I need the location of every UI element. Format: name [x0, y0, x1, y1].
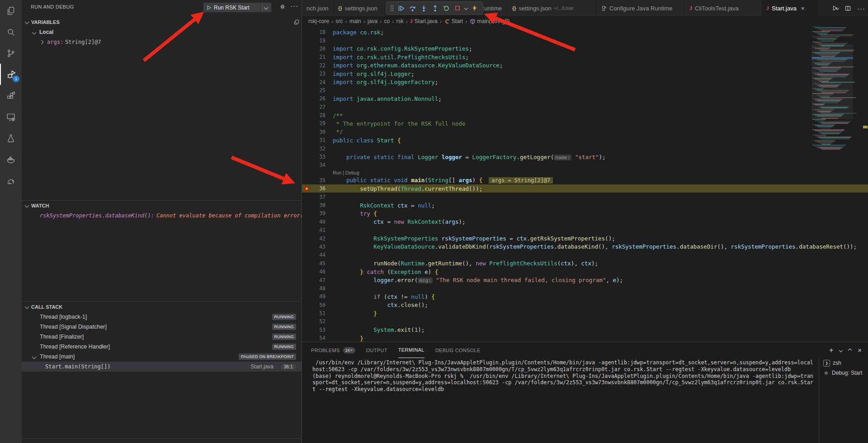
line-number[interactable]: 21 [311, 54, 326, 60]
call-stack-section-header[interactable]: CALL STACK [22, 302, 302, 312]
chevron-down-icon[interactable] [839, 348, 843, 352]
line-number[interactable]: 24 [311, 79, 326, 85]
breadcrumb[interactable]: rskj-core›src›main›java›co›rsk›JStart.ja… [302, 16, 868, 26]
line-number[interactable]: 42 [311, 236, 326, 242]
code-line[interactable]: 37 [302, 193, 868, 201]
code-editor[interactable]: 18package co.rsk;1920import co.rsk.confi… [302, 26, 868, 342]
code-line[interactable]: 31public class Start { [302, 136, 868, 144]
chevron-down-icon[interactable] [264, 5, 269, 10]
line-number[interactable]: 50 [311, 302, 326, 308]
breadcrumb-item[interactable]: main(String[]) [470, 18, 510, 24]
line-number[interactable]: 27 [311, 104, 326, 110]
line-number[interactable]: 44 [311, 252, 326, 258]
hot-code-replace-icon[interactable] [470, 3, 480, 13]
restart-icon[interactable] [441, 3, 451, 13]
gradle-icon[interactable] [0, 170, 22, 191]
line-number[interactable]: 36 [311, 185, 326, 192]
breadcrumb-item[interactable]: JStart.java [410, 18, 438, 25]
line-number[interactable]: 48 [311, 285, 326, 292]
line-number[interactable]: 52 [311, 318, 326, 325]
tab-nch-json[interactable]: nch.json [302, 0, 334, 16]
line-number[interactable]: 29 [311, 120, 326, 127]
line-number[interactable]: 20 [311, 46, 326, 52]
line-number[interactable]: 33 [311, 154, 326, 160]
more-actions-icon[interactable]: ··· [857, 5, 865, 12]
breakpoints-section-header[interactable]: BREAKPOINTS [22, 440, 302, 443]
code-line[interactable]: 36 setUpThread(Thread.currentThread()); [302, 184, 868, 193]
code-line[interactable]: 30 */ [302, 128, 868, 136]
code-line[interactable]: 20import co.rsk.config.RskSystemProperti… [302, 45, 868, 53]
code-line[interactable]: 27 [302, 103, 868, 111]
stop-icon[interactable] [453, 3, 462, 13]
more-actions-icon[interactable]: ··· [290, 2, 298, 9]
call-stack-thread-row[interactable]: Thread [main]PAUSED ON BREAKPOINT [22, 352, 302, 362]
call-stack-thread-row[interactable]: Thread [Signal Dispatcher]RUNNING [22, 322, 302, 332]
code-line[interactable]: 34 [302, 161, 868, 169]
line-number[interactable]: 39 [311, 210, 326, 217]
line-number[interactable]: 23 [311, 71, 326, 77]
call-stack-thread-row[interactable]: Thread [Finalizer]RUNNING [22, 332, 302, 342]
run-and-debug-icon[interactable]: 1 [0, 64, 22, 85]
tab-settings-json[interactable]: {}settings.json~/.../User [508, 0, 596, 16]
panel-tab-problems[interactable]: PROBLEMS1K+ [311, 342, 355, 358]
code-line[interactable]: 44 [302, 251, 868, 259]
code-line[interactable]: 48 [302, 284, 868, 292]
code-line[interactable]: 50 ctx.close(); [302, 301, 868, 309]
breadcrumb-item[interactable]: rskj-core [308, 18, 329, 24]
testing-icon[interactable] [0, 127, 22, 149]
minimap-slider[interactable] [811, 44, 853, 119]
line-number[interactable]: 30 [311, 129, 326, 135]
terminal-list-item-zsh[interactable]: ❯zsh [819, 358, 868, 368]
code-line[interactable]: 35 public static void main(String[] args… [302, 176, 868, 184]
line-number[interactable]: 34 [311, 162, 326, 168]
code-line[interactable]: 19 [302, 36, 868, 44]
line-number[interactable]: 38 [311, 202, 326, 208]
minimap[interactable] [811, 26, 853, 342]
remote-explorer-icon[interactable] [0, 106, 22, 127]
watch-expression-row[interactable]: rskSystemProperties.databaseKind(): Cann… [22, 211, 302, 221]
code-line[interactable]: 45 runNode(Runtime.getRuntime(), new Pre… [302, 259, 868, 268]
call-stack-thread-row[interactable]: Thread [logback-1]RUNNING [22, 312, 302, 322]
gear-icon[interactable] [279, 3, 286, 10]
code-line[interactable]: 23import org.slf4j.Logger; [302, 70, 868, 78]
line-number[interactable]: 51 [311, 310, 326, 316]
close-panel-icon[interactable]: × [858, 346, 862, 354]
line-number[interactable]: 26 [311, 95, 326, 102]
run-config-button[interactable]: Run RSK Start [203, 2, 272, 13]
line-number[interactable]: 49 [311, 293, 326, 300]
explorer-icon[interactable] [0, 0, 22, 21]
extensions-icon[interactable] [0, 85, 22, 106]
line-number[interactable]: 19 [311, 38, 326, 44]
run-file-icon[interactable] [832, 5, 839, 11]
code-line[interactable]: 54 } [302, 334, 868, 342]
code-line[interactable]: 38 RskContext ctx = null; [302, 201, 868, 209]
step-into-icon[interactable] [419, 3, 429, 13]
breadcrumb-item[interactable]: java [368, 18, 377, 24]
watch-section-header[interactable]: WATCH [22, 201, 302, 211]
code-line[interactable]: 29 * The entrypoint for the RSK full nod… [302, 119, 868, 127]
panel-tab-debug-console[interactable]: DEBUG CONSOLE [435, 342, 481, 358]
call-stack-frame-row[interactable]: Start.main(String[])Start.java36:1 [22, 362, 302, 372]
line-number[interactable]: 28 [311, 112, 326, 118]
line-number[interactable]: 35 [311, 177, 326, 184]
code-line[interactable]: 25 [302, 86, 868, 94]
call-stack-thread-row[interactable]: Thread [Reference Handler]RUNNING [22, 342, 302, 352]
code-line[interactable]: 26import javax.annotation.Nonnull; [302, 94, 868, 103]
terminal-output[interactable]: /usr/bin/env /Library/Internet\ Plug-Ins… [312, 359, 814, 393]
split-editor-icon[interactable] [844, 5, 851, 12]
source-control-icon[interactable] [0, 42, 22, 64]
code-line[interactable]: 22import org.ethereum.datasource.KeyValu… [302, 61, 868, 70]
codelens-run-debug[interactable]: Run | Debug [302, 170, 868, 176]
code-line[interactable]: 52 [302, 317, 868, 325]
close-icon[interactable]: × [801, 5, 805, 12]
line-number[interactable]: 18 [311, 29, 326, 35]
code-line[interactable]: 33 private static final Logger logger = … [302, 153, 868, 161]
code-line[interactable]: 49 if (ctx != null) { [302, 292, 868, 301]
tab-start-java[interactable]: JStart.java× [762, 0, 819, 16]
line-number[interactable]: 43 [311, 244, 326, 250]
line-number[interactable]: 37 [311, 194, 326, 200]
code-line[interactable]: 40 ctx = new RskContext(args); [302, 218, 868, 226]
drag-grip-icon[interactable] [389, 3, 395, 13]
variables-section-header[interactable]: VARIABLES [22, 17, 302, 27]
code-line[interactable]: 18package co.rsk; [302, 28, 868, 36]
